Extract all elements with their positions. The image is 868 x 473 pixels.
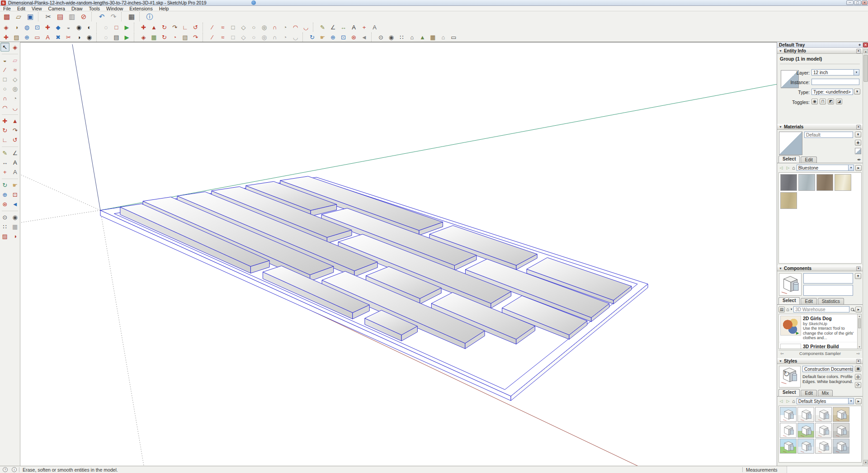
selection-window-button[interactable]: □ [112, 23, 121, 32]
stamp-button[interactable]: ◔ [170, 33, 179, 42]
material-swatch-bluestone-gray[interactable] [780, 174, 797, 191]
components-pane-button[interactable]: ▾ [855, 273, 861, 279]
label-text-button[interactable]: A [43, 33, 52, 42]
push-pull-button[interactable]: ▲ [149, 23, 159, 32]
credits-info-icon[interactable]: i [12, 467, 17, 472]
visible-toggle[interactable]: ◉ [811, 99, 818, 104]
walk-button[interactable]: ∷ [397, 33, 406, 42]
circle-button[interactable]: ○ [249, 23, 259, 32]
scroll-thumb[interactable] [858, 318, 861, 328]
styles-details-button[interactable]: ▸ [855, 398, 862, 404]
close-button[interactable]: ✕ [862, 0, 868, 5]
in-model-components-icon[interactable]: ⌂ [786, 307, 789, 312]
model-info-button[interactable]: ⓘ [144, 12, 155, 22]
move-button[interactable]: ✚ [139, 23, 148, 32]
style-tile-style-sketchy[interactable] [815, 439, 832, 454]
chevron-down-icon[interactable]: ▾ [854, 70, 859, 75]
styles-header[interactable]: ▼ Styles ✕ [777, 358, 863, 364]
components-scrollbar[interactable]: ▴ ▾ [857, 314, 861, 349]
tray-scroll-down-icon[interactable]: ▾ [863, 460, 868, 464]
components-tab-edit[interactable]: Edit [801, 298, 816, 304]
menu-help[interactable]: Help [156, 6, 172, 11]
zoom-extents-left-button[interactable]: ⊛ [0, 199, 9, 208]
menu-draw[interactable]: Draw [68, 6, 86, 11]
component-list-item[interactable]: ▶2D Girls Dogby SketchUpUse the Interact… [779, 314, 857, 342]
pin-icon[interactable]: ⌖ [859, 43, 861, 47]
pie-button[interactable]: ◔ [280, 23, 290, 32]
pager-next-icon[interactable]: ⇨ [854, 351, 862, 356]
view-options-button[interactable]: ▤ [778, 307, 785, 312]
view-components-button[interactable]: ◐ [85, 23, 94, 32]
line-2-button[interactable]: ∕ [208, 33, 217, 42]
rotated-rectangle-left-button[interactable]: ◇ [11, 75, 20, 84]
paint-bucket-button[interactable]: ◑ [12, 23, 21, 32]
material-swatch-bluestone-light[interactable] [798, 174, 815, 191]
circle-2-button[interactable]: ○ [249, 33, 259, 42]
smoove-button[interactable]: ↻ [160, 33, 169, 42]
edit-group-button[interactable]: ▭ [33, 33, 42, 42]
entity-info-close-icon[interactable]: ✕ [856, 49, 861, 53]
arc-2-button[interactable]: ∩ [270, 33, 279, 42]
push-pull-left-button[interactable]: ▲ [11, 116, 20, 125]
erase-button[interactable]: ⊘ [78, 12, 89, 22]
component-name-input[interactable] [803, 273, 853, 284]
sample-paint-icon[interactable]: ✒ [857, 157, 861, 163]
3d-text-left-button[interactable]: A [11, 167, 20, 176]
make-component-button[interactable]: ◈ [1, 23, 11, 32]
material-swatch-bluestone-brown[interactable] [816, 174, 833, 191]
pager-prev-icon[interactable]: ⇦ [778, 351, 786, 356]
zoom-region-button[interactable]: ⊡ [33, 23, 42, 32]
materials-tab-select[interactable]: Select [778, 156, 800, 163]
dimension-left-button[interactable]: ↔ [0, 158, 9, 167]
print-button[interactable]: ▦ [126, 12, 137, 22]
pie-2-button[interactable]: ◔ [280, 33, 290, 42]
pan-left-button[interactable]: ☛ [11, 180, 20, 189]
circle-left-button[interactable]: ○ [0, 84, 9, 93]
styles-collection-combo[interactable]: Default Styles ▾ [797, 398, 854, 404]
back-arrow-icon[interactable]: ◁ [778, 399, 784, 403]
forward-arrow-icon[interactable]: ▷ [785, 166, 791, 170]
home-drop-icon[interactable]: ▾ [791, 307, 793, 311]
axes-button[interactable]: + [359, 23, 369, 32]
entity-info-header[interactable]: ▼ Entity Info ✕ [777, 48, 863, 54]
line-button[interactable]: ∕ [208, 23, 217, 32]
receive-shadows-toggle[interactable]: ◩ [828, 99, 834, 104]
back-arrow-icon[interactable]: ◁ [778, 166, 784, 170]
style-tile-style-white-1[interactable] [797, 407, 814, 422]
components-tab-statistics[interactable]: Statistics [818, 298, 844, 304]
styles-tab-mix[interactable]: Mix [818, 390, 833, 396]
menu-extensions[interactable]: Extensions [126, 6, 156, 11]
paint-left-button[interactable]: ◑ [11, 232, 20, 241]
geolocation-icon[interactable]: ? [3, 467, 8, 472]
scale-left-button[interactable]: ∟ [0, 135, 9, 144]
style-name-input[interactable]: Construction Documentation St [802, 366, 853, 372]
axes-left-button[interactable]: + [0, 167, 9, 176]
style-tile-style-gray-blue[interactable] [833, 439, 849, 454]
make-component-left-button[interactable]: ◈ [11, 43, 20, 52]
arc-left-button[interactable]: ∩ [0, 94, 9, 103]
previous-view-button[interactable]: ◄ [359, 33, 369, 42]
select-button[interactable]: ↖ [0, 43, 9, 52]
polygon-button[interactable]: ◎ [259, 23, 269, 32]
in-model-styles-icon[interactable]: ⌂ [792, 398, 795, 404]
style-tile-style-green-ground[interactable] [797, 423, 814, 438]
two-point-arc-left-button[interactable]: ◠ [0, 103, 9, 112]
offset-button[interactable]: ↺ [191, 23, 200, 32]
model-canvas[interactable] [20, 42, 777, 466]
styles-close-icon[interactable]: ✕ [856, 359, 861, 364]
minimize-button[interactable]: ─ [846, 0, 854, 5]
entity-report-button[interactable]: ▤ [112, 33, 121, 42]
maximize-button[interactable]: ▢ [854, 0, 861, 5]
measurements-input[interactable] [787, 466, 867, 473]
sandbox-from-scratch-button[interactable]: ▦ [149, 33, 159, 42]
export-report-button[interactable]: ▶ [122, 33, 132, 42]
hide-rest-of-model-button[interactable]: ◉ [74, 23, 84, 32]
toggle-terrain-button[interactable]: ▲ [418, 33, 427, 42]
open-file-button[interactable]: ▱ [13, 12, 24, 22]
trim-button[interactable]: ✂ [64, 33, 73, 42]
zoom-window-left-button[interactable]: ⊡ [11, 190, 20, 199]
components-close-icon[interactable]: ✕ [856, 266, 861, 271]
search-icon[interactable] [851, 308, 854, 311]
cast-shadows-toggle[interactable]: ◪ [836, 99, 842, 104]
style-tile-style-wireframe[interactable] [780, 423, 797, 438]
